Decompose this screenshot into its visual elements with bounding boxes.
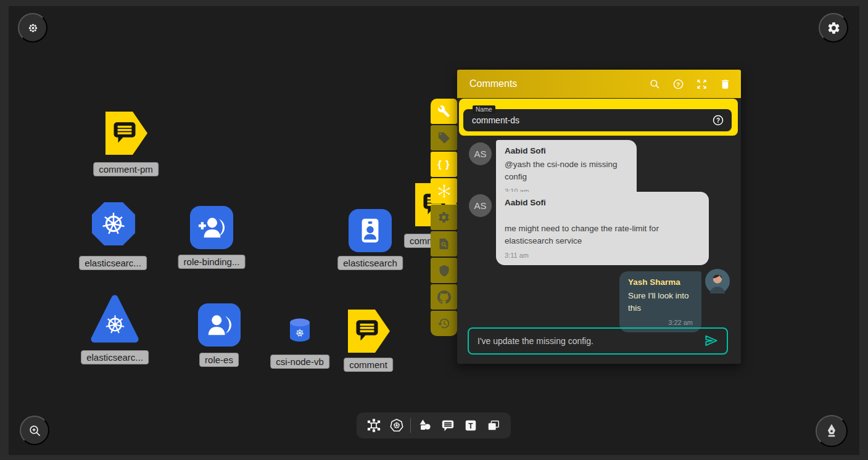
tag-button[interactable] xyxy=(431,125,457,150)
node-label: csi-node-vb xyxy=(270,355,329,369)
braces-config-button[interactable]: { } xyxy=(431,152,457,177)
message-text: Sure I'll look into this xyxy=(628,290,693,314)
toolbar-divider xyxy=(410,418,411,433)
github-icon xyxy=(437,290,451,304)
node-label: comment-pm xyxy=(93,162,159,176)
node-action-toolbar: { } xyxy=(431,99,457,336)
comments-panel-header[interactable]: Comments xyxy=(457,70,741,98)
node-label: elasticsearch xyxy=(337,256,403,270)
shield-icon xyxy=(438,265,450,277)
chat-message: Aabid Sofi me might need to change the r… xyxy=(496,192,709,265)
text-tool-button[interactable] xyxy=(461,416,480,435)
search-comments-button[interactable] xyxy=(647,76,662,91)
message-time: 3:11 am xyxy=(505,252,700,259)
history-icon xyxy=(437,317,450,330)
comments-panel: Comments comment-ds Name AS Aabid Sofi xyxy=(457,70,741,364)
app-logo-button[interactable] xyxy=(18,13,48,43)
fullscreen-icon xyxy=(696,78,708,90)
delete-comment-button[interactable] xyxy=(717,76,732,91)
flowchart-tool-button[interactable] xyxy=(365,416,383,435)
comment-pentagon-icon xyxy=(347,309,391,353)
node-comment-pm[interactable] xyxy=(105,111,148,155)
settings-action-button[interactable] xyxy=(431,205,457,230)
node-csi-node-vb[interactable] xyxy=(288,318,312,343)
node-role-es[interactable] xyxy=(198,303,241,347)
node-label: role-binding... xyxy=(178,255,246,269)
zoom-in-icon xyxy=(28,424,42,438)
node-elasticsearch-octagon[interactable] xyxy=(91,202,136,246)
zoom-button[interactable] xyxy=(20,416,49,445)
search-icon xyxy=(649,78,661,90)
storage-cylinder-icon xyxy=(288,318,312,343)
message-author: Yash Sharma xyxy=(628,277,693,287)
panel-title: Comments xyxy=(469,78,647,89)
message-text: me might need to change the rate-limit f… xyxy=(505,223,700,247)
image-icon xyxy=(487,419,500,432)
help-button[interactable] xyxy=(671,76,685,91)
name-value: comment-ds xyxy=(472,115,712,125)
gear-icon xyxy=(827,21,841,35)
comment-tool-button[interactable] xyxy=(439,416,457,435)
role-icon xyxy=(205,311,234,339)
node-role-binding[interactable] xyxy=(190,206,233,249)
avatar-photo xyxy=(705,269,730,294)
kubernetes-triangle-icon xyxy=(90,294,139,343)
shield-button[interactable] xyxy=(431,258,457,283)
github-button[interactable] xyxy=(431,284,457,310)
wrench-icon xyxy=(437,105,450,118)
name-field-label: Name xyxy=(473,105,495,113)
shapes-tool-button[interactable] xyxy=(416,416,434,435)
gear-icon xyxy=(437,211,450,224)
mesh-hub-button[interactable] xyxy=(431,178,457,203)
trash-icon xyxy=(719,78,731,90)
message-author: Aabid Sofi xyxy=(505,198,700,207)
node-label: elasticsearc... xyxy=(79,256,147,270)
node-label: role-es xyxy=(199,353,239,367)
comment-pentagon-icon xyxy=(105,111,148,155)
shapes-icon xyxy=(418,418,432,433)
settings-button[interactable] xyxy=(819,13,848,43)
kubernetes-icon xyxy=(389,418,404,433)
fullscreen-button[interactable] xyxy=(694,76,709,91)
node-label: comment xyxy=(344,358,393,372)
text-icon xyxy=(464,419,477,432)
name-field-wrapper: comment-ds Name xyxy=(459,99,738,136)
pen-tool-button[interactable] xyxy=(816,415,848,447)
role-binding-icon xyxy=(197,213,226,242)
message-author: Aabid Sofi xyxy=(505,146,628,155)
kubernetes-octagon-icon xyxy=(91,202,136,246)
mesh-hub-icon xyxy=(437,184,452,199)
comment-composer[interactable]: I've update the missing config. xyxy=(468,327,728,355)
message-time: 3:22 am xyxy=(628,319,693,326)
pen-nib-icon xyxy=(824,423,840,439)
service-account-badge-icon xyxy=(356,216,384,245)
braces-icon: { } xyxy=(438,159,450,170)
avatar: AS xyxy=(469,194,492,217)
comment-icon xyxy=(441,419,455,432)
node-elasticsearch-triangle[interactable] xyxy=(90,294,139,343)
name-input[interactable]: comment-ds xyxy=(463,109,732,131)
document-search-icon xyxy=(437,237,450,250)
configure-wrench-button[interactable] xyxy=(431,99,457,124)
flower-logo-icon xyxy=(27,22,39,34)
send-icon xyxy=(703,333,719,349)
composer-input[interactable]: I've update the missing config. xyxy=(477,336,702,346)
help-icon xyxy=(672,78,684,90)
node-elasticsearch-serviceaccount[interactable] xyxy=(349,209,392,252)
history-button[interactable] xyxy=(431,311,457,336)
send-button[interactable] xyxy=(702,332,721,350)
shape-toolbar xyxy=(357,413,511,438)
kubernetes-tool-button[interactable] xyxy=(387,416,406,435)
message-text: @yash the csi-node is missing config xyxy=(505,158,628,183)
flowchart-icon xyxy=(366,418,381,433)
document-scan-button[interactable] xyxy=(431,231,457,257)
help-icon[interactable] xyxy=(712,114,724,126)
avatar: AS xyxy=(469,142,492,165)
tag-icon xyxy=(437,131,450,144)
node-comment[interactable] xyxy=(347,309,391,353)
image-tool-button[interactable] xyxy=(484,416,503,435)
chat-message-own: Yash Sharma Sure I'll look into this 3:2… xyxy=(619,271,701,332)
node-label: elasticsearc... xyxy=(81,350,149,364)
